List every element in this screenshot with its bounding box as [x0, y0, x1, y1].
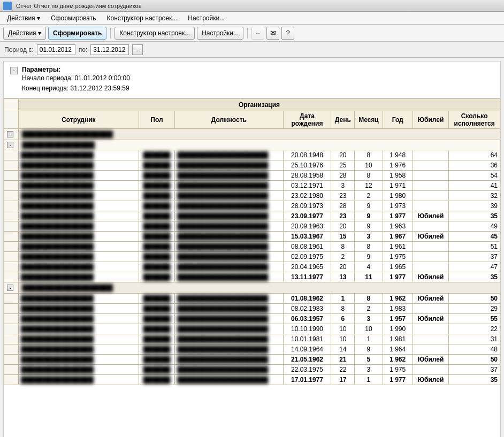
sotrudnik-value: ████████████████ [21, 172, 94, 179]
data-ctrl-cell [4, 201, 19, 211]
pol-value: ██████ [143, 295, 170, 302]
period-to-input[interactable] [90, 44, 129, 55]
cell-dolzh: ████████████████████ [175, 324, 283, 334]
pol-value: ██████ [143, 151, 170, 159]
sotrudnik-value: ████████████████ [21, 182, 94, 189]
pol-value: ██████ [143, 263, 170, 271]
cell-mesyac: 9 [355, 221, 383, 232]
cell-dolzh: ████████████████████ [175, 294, 283, 304]
sotrudnik-value: ████████████████ [21, 212, 94, 220]
cell-dolzh: ████████████████████ [175, 355, 283, 365]
form-button[interactable]: Сформировать [48, 27, 106, 40]
table-row: ████████████████ ██████ ████████████████… [4, 252, 500, 262]
cell-sotrudnik: ████████████████ [18, 191, 139, 201]
subgroup-expand-icon[interactable]: - [7, 142, 13, 148]
dolzh-value: ████████████████████ [177, 223, 268, 230]
constructor-button[interactable]: Конструктор настроек... [114, 27, 195, 40]
cell-sotrudnik: ████████████████ [18, 150, 139, 160]
menu-constructor[interactable]: Конструктор настроек... [102, 13, 182, 24]
cell-den: 3 [331, 181, 355, 191]
ctrl-cell-header [4, 111, 19, 129]
cell-den: 8 [331, 304, 355, 314]
actions-button[interactable]: Действия ▾ [3, 27, 46, 40]
cell-jubilej [413, 365, 448, 375]
dolzh-value: ████████████████████ [177, 325, 268, 333]
cell-jubilej [413, 160, 448, 171]
sotrudnik-value: ████████████████ [21, 263, 94, 271]
table-row: ████████████████ ██████ ████████████████… [4, 181, 500, 191]
cell-den: 20 [331, 221, 355, 232]
cell-sotrudnik: ████████████████ [18, 252, 139, 262]
cell-skolko: 35 [449, 211, 500, 221]
data-ctrl-cell [4, 232, 19, 242]
cell-jubilej: Юбилей [413, 375, 448, 385]
data-ctrl-cell [4, 262, 19, 272]
cell-mesyac: 3 [355, 232, 383, 242]
cell-jubilej [413, 304, 448, 314]
cell-dolzh: ████████████████████ [175, 232, 283, 242]
cell-sotrudnik: ████████████████ [18, 171, 139, 181]
sotrudnik-value: ████████████████ [21, 366, 94, 373]
pol-value: ██████ [143, 192, 170, 200]
cell-sotrudnik: ████████████████ [18, 232, 139, 242]
group-expand-icon[interactable]: - [7, 285, 13, 291]
pol-value: ██████ [143, 212, 170, 220]
cell-data: 08.02.1983 [283, 304, 331, 314]
cell-jubilej: Юбилей [413, 294, 448, 304]
cell-god: 1 977 [383, 375, 413, 385]
params-collapse-btn[interactable]: - [10, 67, 18, 74]
cell-god: 1 962 [383, 355, 413, 365]
cell-dolzh: ████████████████████ [175, 150, 283, 160]
table-row: ████████████████ ██████ ████████████████… [4, 304, 500, 314]
cell-god: 1 961 [383, 242, 413, 252]
help-button[interactable]: ? [281, 27, 294, 40]
period-options-button[interactable]: ... [132, 44, 143, 55]
column-headers-row: Сотрудник Пол Должность Дата рождения Де… [4, 111, 500, 129]
settings-button[interactable]: Настройки... [197, 27, 243, 40]
menu-settings[interactable]: Настройки... [183, 13, 230, 24]
cell-skolko: 35 [449, 272, 500, 282]
email-button[interactable]: ✉ [266, 27, 279, 40]
table-row: ████████████████ ██████ ████████████████… [4, 294, 500, 304]
data-ctrl-cell [4, 344, 19, 355]
menu-form[interactable]: Сформировать [46, 13, 101, 24]
period-to-label: по: [79, 46, 88, 53]
cell-den: 15 [331, 232, 355, 242]
cell-dolzh: ████████████████████ [175, 272, 283, 282]
cell-mesyac: 2 [355, 191, 383, 201]
cell-pol: ██████ [139, 221, 174, 232]
pol-value: ██████ [143, 182, 170, 189]
help-icon: ? [286, 29, 289, 37]
cell-den: 22 [331, 365, 355, 375]
cell-data: 23.09.1977 [283, 211, 331, 221]
app-icon [3, 2, 12, 10]
cell-den: 8 [331, 242, 355, 252]
data-ctrl-cell [4, 211, 19, 221]
period-from-input[interactable] [37, 44, 75, 55]
menu-actions[interactable]: Действия ▾ [2, 13, 45, 24]
cell-den: 28 [331, 171, 355, 181]
cell-pol: ██████ [139, 262, 174, 272]
sotrudnik-value: ████████████████ [21, 295, 94, 302]
pol-value: ██████ [143, 172, 170, 179]
table-row: ████████████████ ██████ ████████████████… [4, 171, 500, 181]
group-label: ████████████████████ [22, 284, 113, 292]
cell-den: 6 [331, 314, 355, 324]
report-area[interactable]: - Параметры: Начало периода: 01.01.2012 … [3, 61, 501, 437]
group-expand-icon[interactable]: - [7, 131, 13, 137]
cell-sotrudnik: ████████████████ [18, 294, 139, 304]
cell-dolzh: ████████████████████ [175, 314, 283, 324]
cell-god: 1 973 [383, 201, 413, 211]
pol-value: ██████ [143, 376, 170, 384]
cell-den: 25 [331, 160, 355, 171]
cell-mesyac: 11 [355, 272, 383, 282]
menu-bar: Действия ▾ Сформировать Конструктор наст… [0, 12, 504, 25]
cell-skolko: 32 [449, 191, 500, 201]
data-ctrl-cell [4, 221, 19, 232]
cell-dolzh: ████████████████████ [175, 262, 283, 272]
ctrl-cell-0 [4, 99, 19, 111]
header-dolzh: Должность [175, 111, 283, 129]
table-row: ████████████████ ██████ ████████████████… [4, 334, 500, 344]
cell-den: 20 [331, 150, 355, 160]
cell-god: 1 964 [383, 344, 413, 355]
